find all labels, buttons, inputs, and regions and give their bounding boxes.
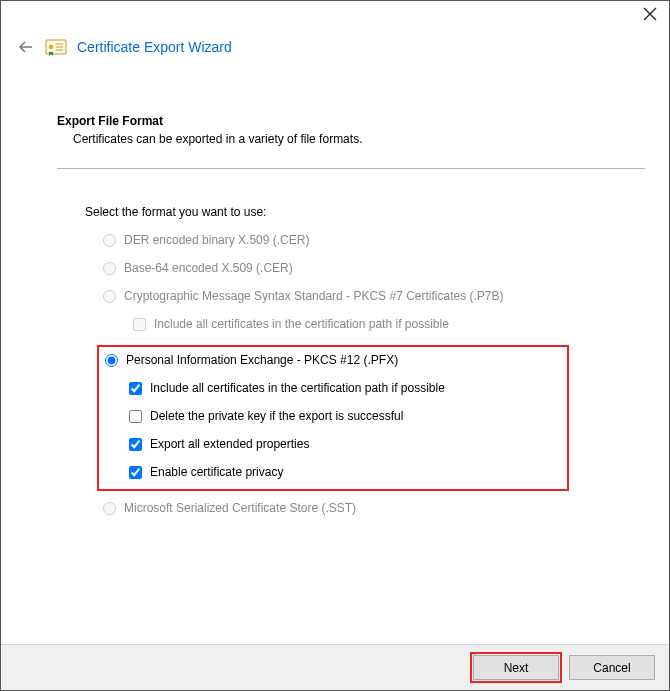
pfx-highlight-box: Personal Information Exchange - PKCS #12… xyxy=(97,345,569,491)
divider xyxy=(57,168,645,169)
section-heading: Export File Format xyxy=(57,114,645,128)
option-pfx-extended-label[interactable]: Export all extended properties xyxy=(150,437,309,451)
option-base64-label: Base-64 encoded X.509 (.CER) xyxy=(124,261,293,275)
option-pkcs7-label: Cryptographic Message Syntax Standard - … xyxy=(124,289,504,303)
option-sst-radio xyxy=(103,502,116,515)
option-der-radio xyxy=(103,234,116,247)
cancel-button[interactable]: Cancel xyxy=(569,655,655,680)
certificate-icon xyxy=(45,38,67,56)
wizard-body: Export File Format Certificates can be e… xyxy=(1,56,669,644)
next-button[interactable]: Next xyxy=(473,655,559,680)
options-prompt: Select the format you want to use: xyxy=(85,205,645,219)
option-pfx-delete-label[interactable]: Delete the private key if the export is … xyxy=(150,409,403,423)
wizard-title: Certificate Export Wizard xyxy=(77,39,232,55)
option-sst-label: Microsoft Serialized Certificate Store (… xyxy=(124,501,356,515)
section-subtitle: Certificates can be exported in a variet… xyxy=(73,132,645,146)
back-arrow-icon[interactable] xyxy=(17,38,35,56)
format-options: DER encoded binary X.509 (.CER) Base-64 … xyxy=(103,233,645,331)
titlebar xyxy=(1,1,669,24)
wizard-window: Certificate Export Wizard Export File Fo… xyxy=(0,0,670,691)
option-pfx-include-label[interactable]: Include all certificates in the certific… xyxy=(150,381,445,395)
option-pfx-extended-checkbox[interactable] xyxy=(129,438,142,451)
option-pkcs7-include-label: Include all certificates in the certific… xyxy=(154,317,449,331)
option-pfx-privacy-checkbox[interactable] xyxy=(129,466,142,479)
wizard-header: Certificate Export Wizard xyxy=(1,24,669,56)
option-pfx-label[interactable]: Personal Information Exchange - PKCS #12… xyxy=(126,353,398,367)
option-pfx-privacy-label[interactable]: Enable certificate privacy xyxy=(150,465,283,479)
close-icon[interactable] xyxy=(643,7,657,24)
option-pkcs7-radio xyxy=(103,290,116,303)
option-der-label: DER encoded binary X.509 (.CER) xyxy=(124,233,309,247)
wizard-footer: Next Cancel xyxy=(1,644,669,690)
option-base64-radio xyxy=(103,262,116,275)
svg-point-4 xyxy=(49,45,54,50)
option-pfx-radio[interactable] xyxy=(105,354,118,367)
option-pfx-delete-checkbox[interactable] xyxy=(129,410,142,423)
option-pfx-include-checkbox[interactable] xyxy=(129,382,142,395)
option-pkcs7-include-checkbox xyxy=(133,318,146,331)
